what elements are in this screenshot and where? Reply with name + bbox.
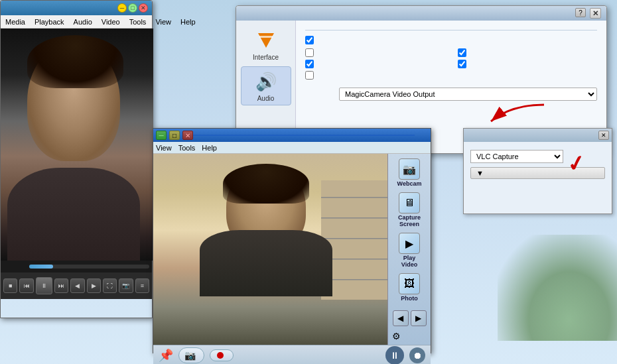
desktop: ─ □ ✕ Media Playback Audio Video Tools V… [0, 0, 617, 364]
vlc-menu-audio[interactable]: Audio [72, 17, 94, 27]
prefs-help-button[interactable]: ? [575, 8, 586, 17]
capture-screen-icon: 🖥 [399, 192, 420, 213]
vlc-more-button[interactable]: ≡ [135, 278, 149, 293]
vlc-snapshot-button[interactable]: 📷 [119, 278, 133, 293]
leaf-bg [498, 235, 617, 341]
sidebar-audio-label: Audio [257, 95, 275, 102]
bg-decoration [498, 235, 617, 341]
snap-button[interactable]: 📷 [178, 347, 204, 363]
effects-row: ⚙ [389, 329, 429, 343]
magic-sidebar: 📷 Webcam 🖥 Capture Screen ▶ Play Video 🖼… [387, 154, 431, 345]
vlc-menu-tools[interactable]: Tools [127, 17, 149, 27]
cone-icon [256, 30, 276, 50]
magic-tool-photo[interactable]: 🖼 Photo [389, 271, 429, 304]
magic-video-area [153, 154, 387, 345]
prefs-close-button[interactable]: ✕ [590, 8, 601, 19]
magic-menu-help[interactable]: Help [202, 144, 217, 152]
stop-button-bottom[interactable]: ⏺ [409, 347, 425, 363]
webcam-tool-label: Webcam [397, 180, 422, 187]
vlc-menubar: Media Playback Audio Video Tools View He… [1, 15, 152, 29]
photo-icon: 🖼 [399, 273, 420, 294]
vlc-prev-button[interactable]: ⏮ [19, 278, 33, 293]
window-decorations-row [458, 60, 597, 68]
magic-titlebar-controls: ─ □ ✕ [156, 131, 193, 140]
vlc-menu-view[interactable]: View [153, 17, 173, 27]
vlc-stop-button[interactable]: ■ [3, 278, 17, 293]
vlc-menu-playback[interactable]: Playback [33, 17, 66, 27]
magic-tool-webcam[interactable]: 📷 Webcam [389, 156, 429, 189]
use-hardware-checkbox[interactable] [458, 48, 466, 57]
webcam-icon: 📷 [399, 158, 420, 180]
magic-tool-capture-screen[interactable]: 🖥 Capture Screen [389, 190, 429, 229]
vlc-menu-help[interactable]: Help [178, 17, 198, 27]
vlc-body [7, 168, 140, 261]
output-select[interactable]: MagicCamera Video Output [339, 88, 597, 101]
record-dot-icon [217, 352, 224, 359]
vlc-maximize-button[interactable]: □ [128, 3, 137, 13]
webcam-dialog: ✕ VLC Capture ▼ [463, 128, 612, 214]
webcam-close-button[interactable]: ✕ [598, 131, 609, 140]
accelerated-row [305, 60, 445, 68]
webcam-body: VLC Capture ▼ [464, 142, 612, 184]
vlc-fullscreen-button[interactable]: ⛶ [103, 278, 117, 293]
sidebar-item-interface[interactable]: Interface [241, 26, 291, 64]
vlc-progress-fill [29, 265, 53, 269]
pin-icon[interactable]: 📌 [159, 348, 173, 363]
vlc-progress-bar[interactable] [29, 265, 149, 269]
always-on-top-checkbox[interactable] [305, 71, 314, 80]
vlc-play-pause-button[interactable]: ⏸ [36, 277, 52, 294]
always-on-top-row [305, 71, 445, 80]
vlc-menu-media[interactable]: Media [3, 17, 27, 27]
vlc-player-window: ─ □ ✕ Media Playback Audio Video Tools V… [0, 0, 153, 318]
window-decorations-checkbox[interactable] [458, 60, 466, 68]
magic-video-content [153, 154, 387, 345]
cone-stripe [259, 36, 272, 38]
prefs-col-right [458, 48, 597, 82]
magic-minimize-btn[interactable]: ─ [156, 131, 167, 140]
magic-body [200, 230, 332, 296]
webcam-select-dropdown[interactable]: VLC Capture [470, 150, 563, 163]
snap-icon: 📷 [184, 350, 196, 361]
vlc-window-buttons: ─ □ ✕ [117, 3, 148, 13]
magic-restore-btn[interactable]: □ [169, 131, 180, 140]
pause-button[interactable]: ⏸ [385, 346, 404, 365]
audio-icon-glyph: 🔊 [255, 72, 277, 92]
magic-tool-play-video[interactable]: ▶ Play Video [389, 231, 429, 270]
vlc-close-button[interactable]: ✕ [139, 3, 148, 13]
right-arrow-icon[interactable]: ▶ [411, 310, 427, 326]
stop-icon: ⏺ [413, 350, 422, 361]
vlc-frame-fwd-button[interactable]: ▶ [87, 278, 101, 293]
photo-label: Photo [401, 295, 418, 302]
magic-bottom-bar: 📌 📷 ⏸ ⏺ [153, 345, 431, 364]
magic-person [193, 164, 339, 296]
vlc-next-button[interactable]: ⏭ [54, 278, 68, 293]
vlc-timeline [1, 261, 152, 273]
magic-watermark [193, 135, 415, 136]
prefs-two-col [305, 48, 597, 82]
vlc-video-content [1, 29, 153, 261]
fullscreen-checkbox[interactable] [305, 48, 314, 57]
vlc-video-area [1, 29, 153, 261]
magic-camera-window: ─ □ ✕ View Tools Help [153, 128, 431, 353]
enable-video-checkbox[interactable] [305, 36, 314, 44]
accelerated-checkbox[interactable] [305, 60, 314, 68]
play-video-label: Play Video [401, 255, 417, 268]
vlc-frame-back-button[interactable]: ◀ [70, 278, 84, 293]
magic-close-btn[interactable]: ✕ [182, 131, 193, 140]
prefs-col-left [305, 48, 445, 82]
record-button[interactable] [210, 349, 234, 361]
red-arrow-annotation [478, 98, 557, 131]
fullscreen-row [305, 48, 445, 57]
left-arrow-icon[interactable]: ◀ [393, 310, 409, 326]
vlc-minimize-button[interactable]: ─ [117, 3, 127, 13]
tool-row-small: ◀ ▶ [393, 310, 427, 326]
vlc-hair [27, 35, 123, 88]
magic-menu-tools[interactable]: Tools [178, 144, 196, 152]
vlc-menu-video[interactable]: Video [100, 17, 122, 27]
magic-menu-view[interactable]: View [156, 144, 172, 152]
vlc-titlebar: ─ □ ✕ [1, 1, 152, 15]
video-settings-title [305, 27, 597, 30]
audio-icon: 🔊 [254, 70, 278, 93]
sidebar-item-audio[interactable]: 🔊 Audio [241, 66, 291, 105]
effects-icon: ⚙ [392, 331, 401, 341]
